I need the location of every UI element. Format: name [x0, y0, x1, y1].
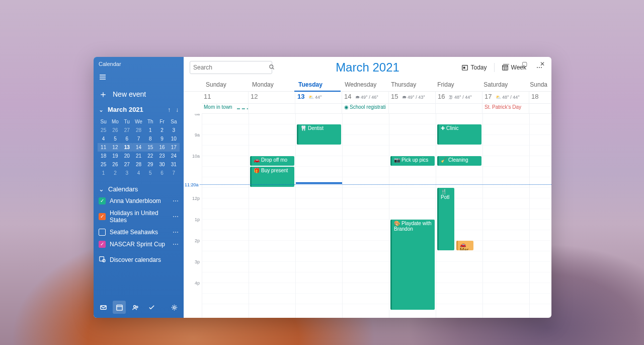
mini-cal-day[interactable]: 9	[156, 134, 168, 143]
calendar-list-item[interactable]: Anna Vanderbloom⋯	[94, 195, 184, 207]
calendar-more-button[interactable]: ⋯	[173, 241, 179, 248]
mini-cal-day[interactable]: 30	[156, 160, 168, 169]
page-title: March 2021	[336, 60, 399, 75]
mini-cal-day[interactable]: 12	[109, 143, 121, 152]
calendar-more-button[interactable]: ⋯	[173, 197, 179, 204]
mini-cal-day[interactable]: 24	[168, 152, 180, 160]
mini-cal-day[interactable]: 10	[168, 134, 180, 143]
calendar-event[interactable]: 🎁Buy present	[250, 167, 294, 187]
allday-event[interactable]: Mom in town	[202, 104, 249, 114]
mini-cal-day[interactable]: 16	[156, 143, 168, 152]
allday-event[interactable]: St. Patrick's Day	[485, 104, 521, 110]
mini-cal-day[interactable]: 3	[121, 169, 133, 177]
date-cell[interactable]: 18	[529, 92, 551, 104]
new-event-button[interactable]: ＋ New event	[94, 87, 184, 104]
mini-cal-day[interactable]: 7	[133, 134, 144, 143]
discover-calendars-button[interactable]: Discover calendars	[94, 250, 184, 269]
date-cell[interactable]: 13 ⛅ 44°	[295, 92, 342, 104]
calendars-header[interactable]: ⌄ Calendars	[94, 181, 184, 195]
mini-cal-day[interactable]: 11	[98, 143, 109, 152]
mini-cal-day[interactable]: 28	[133, 160, 144, 169]
mini-cal-day[interactable]: 2	[156, 126, 168, 134]
mini-cal-day[interactable]: 2	[109, 169, 121, 177]
close-button[interactable]: ✕	[533, 57, 551, 71]
calendar-event[interactable]: ✚Clinic	[437, 124, 481, 145]
calendar-list-item[interactable]: Seattle Seahawks⋯	[94, 226, 184, 238]
mini-cal-day[interactable]: 25	[98, 160, 109, 169]
calendar-checkbox[interactable]	[99, 197, 106, 204]
child-icon: 🎨	[394, 221, 400, 226]
mini-cal-day[interactable]: 22	[144, 152, 156, 160]
calendar-checkbox[interactable]	[99, 213, 106, 220]
mini-calendar: SuMoTuWeThFrSa25262728123456789101112131…	[94, 115, 184, 181]
mini-cal-day[interactable]: 17	[168, 143, 180, 152]
minimize-button[interactable]: —	[497, 57, 515, 71]
mini-cal-day[interactable]: 6	[121, 134, 133, 143]
hamburger-icon[interactable]	[94, 71, 184, 87]
calendar-more-button[interactable]: ⋯	[173, 229, 179, 236]
mini-cal-day[interactable]: 7	[168, 169, 180, 177]
calendar-icon[interactable]	[113, 301, 126, 314]
mini-cal-day[interactable]: 26	[109, 126, 121, 134]
mini-cal-day[interactable]: 23	[156, 152, 168, 160]
calendar-event[interactable]: 🍴Potl	[437, 188, 454, 250]
calendar-checkbox[interactable]	[99, 229, 106, 236]
mini-cal-day[interactable]: 5	[144, 169, 156, 177]
mini-cal-day[interactable]: 27	[121, 126, 133, 134]
mini-next-button[interactable]: ↓	[176, 106, 179, 113]
maximize-button[interactable]: ▢	[515, 57, 533, 71]
mini-cal-day[interactable]: 1	[144, 126, 156, 134]
mini-cal-day[interactable]: 20	[121, 152, 133, 160]
mini-cal-day[interactable]: 18	[98, 152, 109, 160]
new-event-label: New event	[113, 90, 146, 98]
now-indicator: 11:20a	[184, 184, 551, 185]
calendar-checkbox[interactable]	[99, 241, 106, 248]
calendar-event[interactable]: 🚗Drop off mo	[250, 156, 294, 166]
chevron-down-icon[interactable]: ⌄	[99, 106, 104, 113]
calendar-list-item[interactable]: Holidays in United States⋯	[94, 207, 184, 226]
settings-icon[interactable]	[168, 301, 181, 314]
calendar-event[interactable]: 🎨Playdate with Brandon	[390, 220, 435, 310]
mini-cal-day[interactable]: 8	[144, 134, 156, 143]
day-header: Monday	[248, 77, 294, 91]
mini-cal-day[interactable]: 1	[98, 169, 109, 177]
mini-cal-day[interactable]: 26	[109, 160, 121, 169]
calendar-event[interactable]: 📷Pick up pics	[390, 156, 435, 166]
mini-cal-day[interactable]: 3	[168, 126, 180, 134]
mini-cal-day[interactable]: 6	[156, 169, 168, 177]
date-cell[interactable]: 12	[249, 92, 295, 104]
mail-icon[interactable]	[97, 301, 110, 314]
allday-event[interactable]: ◉ School registrati	[344, 104, 386, 110]
search-field[interactable]	[193, 64, 269, 71]
mini-cal-day[interactable]: 4	[133, 169, 144, 177]
mini-cal-day[interactable]: 21	[133, 152, 144, 160]
mini-cal-day[interactable]: 25	[98, 126, 109, 134]
calendar-more-button[interactable]: ⋯	[173, 213, 179, 220]
mini-cal-day[interactable]: 31	[168, 160, 180, 169]
mini-prev-button[interactable]: ↑	[168, 106, 171, 113]
calendar-event[interactable]: 🚗Mar	[456, 241, 473, 250]
mini-cal-day[interactable]: 19	[109, 152, 121, 160]
calendar-event[interactable]: 🧹Cleaning	[437, 156, 481, 166]
mini-cal-day[interactable]: 28	[133, 126, 144, 134]
mini-cal-day[interactable]: 27	[121, 160, 133, 169]
date-cell[interactable]: 16 🌫 48° / 44°	[436, 92, 482, 104]
calendar-list-item[interactable]: NASCAR Sprint Cup⋯	[94, 238, 184, 250]
search-icon[interactable]	[269, 64, 275, 72]
todo-icon[interactable]	[145, 301, 158, 314]
mini-cal-day[interactable]: 15	[144, 143, 156, 152]
mini-cal-day[interactable]: 5	[109, 134, 121, 143]
mini-cal-day[interactable]: 14	[133, 143, 144, 152]
mini-cal-day[interactable]: 4	[98, 134, 109, 143]
date-cell[interactable]: 15 🌧 49° / 43°	[389, 92, 436, 104]
date-cell[interactable]: 17 ⛅ 48° / 44°	[482, 92, 529, 104]
date-cell[interactable]: 11	[202, 92, 249, 104]
time-grid[interactable]: 8a9a10a12p1p2p3p4p 🚗Drop off mo🎁Buy pres…	[184, 114, 551, 318]
search-input[interactable]	[190, 61, 272, 74]
date-cell[interactable]: 14 🌧 49° / 46°	[342, 92, 389, 104]
mini-cal-day[interactable]: 13	[121, 143, 133, 152]
people-icon[interactable]	[129, 301, 142, 314]
calendar-event[interactable]: 🦷Dentist	[297, 124, 341, 145]
today-button[interactable]: Today	[458, 62, 490, 73]
mini-cal-day[interactable]: 29	[144, 160, 156, 169]
